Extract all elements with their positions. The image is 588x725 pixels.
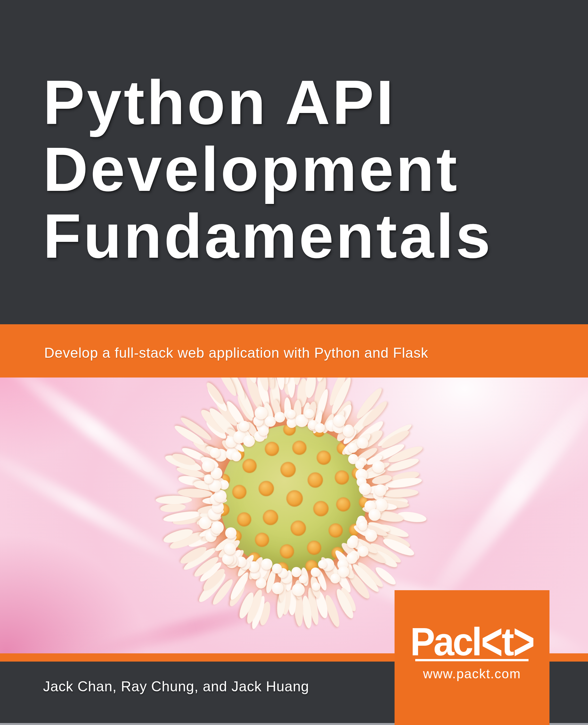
stamen-tip bbox=[291, 567, 301, 577]
stamen-tip bbox=[255, 407, 268, 420]
stamen-tip bbox=[333, 414, 345, 427]
packt-logo: Pacl<t> bbox=[399, 622, 545, 662]
stamen-tip bbox=[202, 460, 214, 472]
packt-logo-box: Pacl<t> www.packt.com bbox=[395, 590, 549, 725]
stamen-tip bbox=[355, 460, 364, 469]
subtitle-band: Develop a full-stack web application wit… bbox=[0, 324, 588, 378]
stamen-tip bbox=[358, 522, 367, 530]
title-line-3: Fundamentals bbox=[43, 203, 492, 270]
stamen-tip bbox=[243, 435, 255, 447]
stamen-tip bbox=[369, 509, 381, 521]
stamen-tip bbox=[338, 566, 349, 577]
stamen-tip bbox=[265, 416, 276, 427]
stamen-tip bbox=[357, 437, 368, 449]
stamen-tip bbox=[272, 563, 282, 574]
stamen-tip bbox=[272, 582, 284, 594]
stamen-tip bbox=[365, 530, 377, 542]
title-line-2: Development bbox=[43, 136, 492, 203]
stamen-tip bbox=[343, 426, 354, 437]
stamen-tip bbox=[330, 574, 340, 583]
stamen-tip bbox=[287, 409, 296, 419]
stamen-tip bbox=[374, 484, 386, 496]
lotus-stamens bbox=[157, 378, 429, 634]
stamen-tip bbox=[299, 575, 307, 583]
stamen-tip bbox=[274, 412, 285, 423]
stamen-tip bbox=[312, 582, 320, 591]
packt-logo-letters: Pac bbox=[410, 619, 471, 664]
stamen-tip bbox=[258, 425, 269, 436]
stamen-tip bbox=[372, 461, 385, 473]
packt-logo-t: t bbox=[502, 619, 512, 664]
book-cover: Python API Development Fundamentals Deve… bbox=[0, 0, 588, 725]
title-line-1: Python API bbox=[43, 69, 492, 136]
stamen-tip bbox=[256, 578, 267, 589]
stamen bbox=[155, 495, 192, 505]
book-title: Python API Development Fundamentals bbox=[43, 69, 492, 270]
stamen-tip bbox=[359, 483, 371, 495]
subtitle: Develop a full-stack web application wit… bbox=[0, 341, 428, 361]
stamen-tip bbox=[210, 448, 220, 458]
stamen-tip bbox=[292, 583, 305, 596]
stamen-tip bbox=[315, 423, 325, 433]
packt-logo-underline bbox=[415, 659, 528, 661]
stamen-tip bbox=[211, 521, 224, 534]
stamen-tip bbox=[222, 553, 233, 565]
packt-logo-k-stem: l bbox=[472, 619, 481, 664]
stamen-tip bbox=[231, 451, 241, 461]
stamen-tip bbox=[346, 553, 357, 563]
stamen-tip bbox=[318, 560, 327, 569]
stamen-tip bbox=[304, 409, 314, 419]
stamen-tip bbox=[348, 443, 358, 453]
stamen-tip bbox=[248, 561, 259, 572]
stamen-tip bbox=[261, 558, 272, 570]
packt-website: www.packt.com bbox=[395, 666, 549, 681]
authors: Jack Chan, Ray Chung, and Jack Huang bbox=[43, 678, 309, 695]
stamen bbox=[383, 488, 418, 498]
stamen bbox=[160, 503, 186, 513]
stamen-tip bbox=[239, 421, 250, 432]
stamen-tip bbox=[311, 568, 320, 577]
